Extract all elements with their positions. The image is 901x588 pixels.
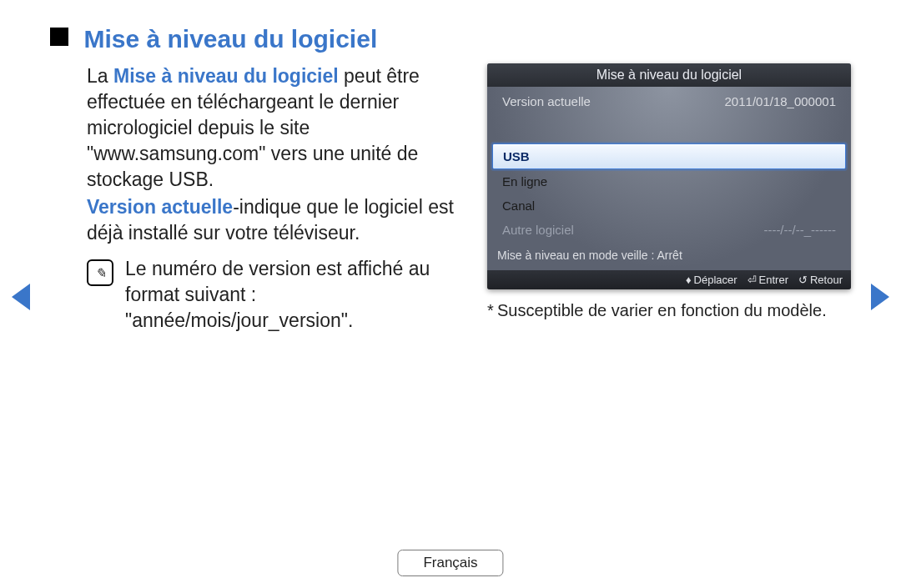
caption-text: Susceptible de varier en fonction du mod… bbox=[497, 301, 827, 319]
enter-icon: ⏎ bbox=[747, 274, 757, 286]
paragraph-version: Version actuelle-indique que le logiciel… bbox=[87, 194, 469, 246]
updown-icon: ♦ bbox=[686, 274, 692, 286]
tv-menu-title: Mise à niveau du logiciel bbox=[487, 63, 851, 87]
text-segment: La bbox=[87, 65, 113, 87]
option-channel[interactable]: Canal bbox=[492, 193, 846, 218]
asterisk-icon: * bbox=[487, 301, 497, 320]
paragraph-intro: La Mise à niveau du logiciel peut être e… bbox=[87, 63, 469, 193]
footer-enter: ⏎Entrer bbox=[747, 274, 788, 286]
section-bullet-icon bbox=[50, 28, 68, 46]
text-highlight: Version actuelle bbox=[87, 196, 233, 218]
text-highlight: Mise à niveau du logiciel bbox=[113, 65, 339, 87]
version-value: 2011/01/18_000001 bbox=[725, 94, 836, 108]
footer-return-label: Retour bbox=[810, 274, 843, 286]
panel-caption: *Susceptible de varier en fonction du mo… bbox=[487, 301, 851, 320]
return-icon: ↺ bbox=[798, 274, 808, 286]
version-label: Version actuelle bbox=[502, 94, 591, 108]
current-version-row: Version actuelle 2011/01/18_000001 bbox=[487, 89, 851, 113]
note-text: Le numéro de version est affiché au form… bbox=[125, 256, 469, 334]
page-title: Mise à niveau du logiciel bbox=[83, 25, 377, 53]
footer-enter-label: Entrer bbox=[759, 274, 788, 286]
language-indicator[interactable]: Français bbox=[397, 550, 503, 576]
footer-move: ♦Déplacer bbox=[686, 274, 737, 286]
footer-return: ↺Retour bbox=[798, 274, 843, 286]
description-column: La Mise à niveau du logiciel peut être e… bbox=[50, 63, 469, 334]
note-icon: ✎ bbox=[87, 259, 113, 286]
option-online[interactable]: En ligne bbox=[492, 169, 846, 193]
option-usb[interactable]: USB bbox=[492, 143, 846, 169]
nav-prev-button[interactable] bbox=[12, 284, 30, 310]
other-software-value: ----/--/--_------ bbox=[763, 223, 836, 237]
other-software-label: Autre logiciel bbox=[502, 223, 574, 237]
option-other-software: Autre logiciel ----/--/--_------ bbox=[492, 218, 846, 242]
standby-upgrade-row[interactable]: Mise à niveau en mode veille : Arrêt bbox=[487, 242, 851, 270]
tv-footer: ♦Déplacer ⏎Entrer ↺Retour bbox=[487, 270, 851, 289]
nav-next-button[interactable] bbox=[871, 284, 889, 310]
tv-menu-panel: Mise à niveau du logiciel Version actuel… bbox=[487, 63, 851, 289]
footer-move-label: Déplacer bbox=[694, 274, 737, 286]
